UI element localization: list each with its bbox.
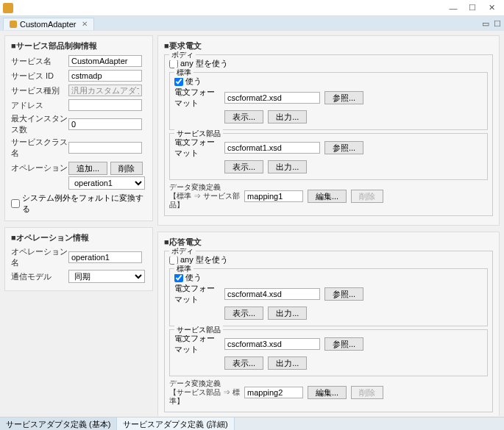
browse-button[interactable]: 参照... [324, 337, 363, 351]
label-format: 電文フォーマット [174, 87, 220, 109]
show-button[interactable]: 表示... [224, 110, 263, 123]
add-operation-button[interactable]: 追加... [68, 162, 107, 175]
res-mapping-input[interactable] [244, 387, 303, 398]
tab-basic-definition[interactable]: サービスアダプタ定義 (基本) [0, 418, 117, 430]
address-input[interactable] [68, 99, 142, 111]
use-standard-checkbox[interactable] [174, 77, 183, 86]
response-message-section: ■応答電文 ボディ any 型を使う 標準 使う 電文フォーマット参照... 表… [157, 232, 500, 416]
convert-exception-checkbox[interactable] [11, 199, 20, 208]
delete-mapping-button[interactable]: 削除 [351, 386, 383, 399]
window-close-button[interactable]: ✕ [482, 1, 501, 15]
conv-label-2: 【サービス部品 ⇒ 標準】 [169, 388, 240, 406]
window-minimize-button[interactable]: — [444, 1, 463, 15]
operation-select[interactable]: operation1 [68, 176, 145, 190]
req-std-format-input[interactable] [224, 92, 320, 104]
browse-button[interactable]: 参照... [324, 91, 363, 104]
show-button[interactable]: 表示... [224, 160, 263, 173]
show-button[interactable]: 表示... [224, 307, 263, 320]
label-comm-model: 通信モデル [11, 271, 68, 282]
conv-label-2: 【標準 ⇒ サービス部品】 [169, 192, 240, 209]
section-title: ■オペレーション情報 [11, 232, 146, 243]
label-format: 電文フォーマット [174, 333, 220, 355]
label-format: 電文フォーマット [174, 283, 220, 305]
standard-fieldset: 標準 使う 電文フォーマット参照... 表示...出力... [169, 268, 488, 326]
tab-restore-icon[interactable]: ☐ [494, 19, 501, 29]
adapter-icon [10, 21, 17, 28]
label-operation: オペレーション [11, 162, 68, 173]
operation-name-input[interactable] [68, 251, 142, 263]
service-name-input[interactable] [68, 55, 142, 67]
req-svc-format-input[interactable] [224, 142, 320, 154]
tab-label: CustomAdapter [20, 20, 76, 29]
body-fieldset: ボディ any 型を使う 標準 使う 電文フォーマット参照... 表示...出力… [164, 251, 493, 412]
service-control-section: ■サービス部品制御情報 サービス名 サービス ID サービス種別 アドレス 最大… [4, 35, 153, 221]
bottom-tabbar: サービスアダプタ定義 (基本) サービスアダプタ定義 (詳細) [0, 417, 504, 430]
label-service-id: サービス ID [11, 71, 68, 82]
comm-model-select[interactable]: 同期 [68, 270, 145, 283]
app-icon [3, 3, 13, 13]
section-title: ■サービス部品制御情報 [11, 40, 146, 51]
tab-close-icon[interactable]: ✕ [82, 20, 88, 28]
req-mapping-input[interactable] [244, 190, 303, 202]
body-legend: ボディ [169, 50, 196, 60]
any-type-checkbox[interactable] [169, 256, 178, 265]
standard-legend: 標準 [174, 264, 194, 274]
body-legend: ボディ [169, 246, 196, 257]
edit-mapping-button[interactable]: 編集... [308, 386, 347, 399]
section-title: ■要求電文 [164, 40, 493, 51]
conv-label-1: データ変換定義 [169, 183, 240, 192]
label-service-class: サービスクラス名 [11, 137, 68, 159]
edit-mapping-button[interactable]: 編集... [308, 190, 347, 203]
browse-button[interactable]: 参照... [324, 141, 363, 154]
body-fieldset: ボディ any 型を使う 標準 使う 電文フォーマット参照... 表示...出力… [164, 54, 493, 216]
standard-fieldset: 標準 使う 電文フォーマット参照... 表示...出力... [169, 72, 488, 130]
window-maximize-button[interactable]: ☐ [463, 1, 482, 15]
output-button[interactable]: 出力... [268, 356, 307, 370]
conv-label-1: データ変換定義 [169, 379, 240, 388]
service-class-input[interactable] [68, 142, 142, 154]
service-part-fieldset: サービス部品 電文フォーマット参照... 表示...出力... [169, 329, 488, 376]
output-button[interactable]: 出力... [268, 307, 307, 320]
res-svc-format-input[interactable] [224, 338, 320, 350]
delete-mapping-button[interactable]: 削除 [351, 190, 383, 203]
request-message-section: ■要求電文 ボディ any 型を使う 標準 使う 電文フォーマット参照... 表… [157, 35, 500, 226]
output-button[interactable]: 出力... [268, 110, 307, 123]
label-format: 電文フォーマット [174, 137, 220, 159]
service-part-legend: サービス部品 [174, 129, 223, 139]
tab-customadapter[interactable]: CustomAdapter ✕ [3, 18, 94, 30]
standard-legend: 標準 [174, 68, 194, 78]
tab-minimize-icon[interactable]: ▭ [482, 19, 489, 29]
res-std-format-input[interactable] [224, 288, 320, 300]
show-button[interactable]: 表示... [224, 356, 263, 370]
convert-exception-label: システム例外をフォルトに変換する [22, 193, 146, 215]
operation-info-section: ■オペレーション情報 オペレーション名 通信モデル同期 [4, 227, 153, 291]
label-max-instances: 最大インスタンス数 [11, 113, 68, 135]
output-button[interactable]: 出力... [268, 160, 307, 173]
service-part-legend: サービス部品 [174, 325, 223, 335]
section-title: ■応答電文 [164, 237, 493, 248]
delete-operation-button[interactable]: 削除 [110, 162, 143, 175]
max-instances-input[interactable] [68, 118, 142, 130]
service-part-fieldset: サービス部品 電文フォーマット参照... 表示...出力... [169, 133, 488, 180]
use-standard-checkbox[interactable] [174, 273, 183, 282]
label-operation-name: オペレーション名 [11, 246, 68, 268]
tab-detail-definition[interactable]: サービスアダプタ定義 (詳細) [117, 418, 234, 430]
service-id-input[interactable] [68, 70, 142, 82]
editor-tabbar: CustomAdapter ✕ ▭ ☐ [0, 16, 504, 31]
any-type-checkbox[interactable] [169, 60, 178, 68]
service-type-input [68, 85, 142, 96]
label-address: アドレス [11, 100, 68, 111]
window-titlebar: — ☐ ✕ [0, 0, 504, 16]
label-service-type: サービス種別 [11, 85, 68, 96]
label-service-name: サービス名 [11, 56, 68, 67]
browse-button[interactable]: 参照... [324, 287, 363, 301]
